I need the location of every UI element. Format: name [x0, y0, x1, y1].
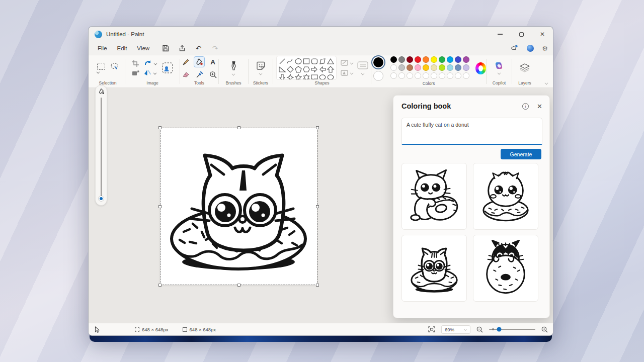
selection-handle-se[interactable]	[316, 284, 319, 287]
close-button[interactable]: ✕	[532, 27, 553, 42]
eraser-tool-button[interactable]	[181, 69, 191, 79]
palette-swatch-empty[interactable]	[455, 72, 461, 79]
menu-view[interactable]: View	[132, 44, 154, 53]
palette-swatch-empty[interactable]	[407, 72, 413, 79]
resize-button[interactable]	[132, 70, 139, 76]
copilot-icon[interactable]	[494, 61, 504, 70]
palette-swatch-empty[interactable]	[439, 72, 445, 79]
ribbon-collapse-chevron[interactable]	[545, 81, 548, 85]
fit-to-screen-icon[interactable]	[428, 326, 435, 332]
crop-button[interactable]	[132, 60, 139, 67]
brush-icon[interactable]	[230, 61, 237, 71]
maximize-button[interactable]	[511, 27, 532, 42]
palette-swatch-empty[interactable]	[423, 72, 429, 79]
selection-dropdown-chevron[interactable]	[97, 70, 100, 74]
palette-swatch[interactable]	[447, 64, 453, 71]
thumbnail-cat-head-in-donut[interactable]	[401, 235, 467, 302]
undo-button[interactable]: ↶	[195, 45, 202, 52]
selection-handle-sw[interactable]	[158, 284, 162, 287]
remove-background-button[interactable]	[162, 62, 174, 74]
selection-handle-s[interactable]	[237, 284, 240, 287]
prompt-input[interactable]: A cute fluffy cat on a donut	[401, 118, 542, 145]
palette-swatch[interactable]	[431, 64, 437, 71]
edit-colors-wheel-icon[interactable]	[475, 62, 486, 74]
share-button[interactable]	[178, 45, 186, 52]
palette-swatch[interactable]	[439, 64, 445, 71]
palette-swatch[interactable]	[463, 56, 469, 63]
shape-fill-icon[interactable]	[341, 70, 348, 76]
free-form-select-button[interactable]	[110, 62, 118, 70]
palette-swatch[interactable]	[447, 56, 453, 63]
palette-swatch-empty[interactable]	[390, 72, 397, 79]
pencil-tool-button[interactable]	[181, 57, 191, 67]
text-tool-button[interactable]: A	[208, 57, 218, 67]
palette-swatch[interactable]	[455, 56, 461, 63]
layers-icon[interactable]	[519, 63, 530, 72]
palette-swatch-empty[interactable]	[447, 72, 453, 79]
palette-swatch[interactable]	[398, 64, 405, 71]
zoom-out-icon[interactable]	[476, 326, 483, 333]
palette-swatch[interactable]	[455, 64, 461, 71]
rectangle-select-button[interactable]	[97, 63, 105, 70]
thumbnail-cat-hugging-donut[interactable]	[401, 163, 467, 230]
stickers-icon[interactable]	[256, 61, 265, 70]
zoom-level-dropdown[interactable]: 69%	[441, 325, 470, 334]
rotate-icon[interactable]	[144, 60, 152, 66]
color1-swatch-selected[interactable]	[371, 55, 385, 69]
selection-handle-n[interactable]	[237, 126, 240, 129]
palette-swatch[interactable]	[463, 64, 469, 71]
palette-swatch[interactable]	[390, 56, 397, 63]
palette-swatch-empty[interactable]	[415, 72, 421, 79]
zoom-slider-thumb[interactable]	[497, 327, 502, 332]
feedback-icon[interactable]	[511, 45, 519, 52]
palette-swatch[interactable]	[415, 56, 421, 63]
stroke-size-icon[interactable]	[357, 61, 368, 70]
paint-canvas[interactable]	[160, 128, 317, 285]
zoom-in-icon[interactable]	[541, 326, 548, 333]
minimize-button[interactable]	[490, 27, 511, 42]
selection-handle-ne[interactable]	[316, 126, 319, 129]
brushes-dropdown-chevron[interactable]	[232, 72, 235, 75]
thumbnail-fluffy-cat-on-donut[interactable]	[473, 163, 538, 230]
fill-tolerance-slider[interactable]	[95, 85, 107, 206]
eyedropper-tool-button[interactable]	[194, 69, 205, 79]
palette-swatch-empty[interactable]	[463, 72, 469, 79]
stroke-size-chevron[interactable]	[361, 72, 364, 75]
palette-swatch[interactable]	[398, 56, 405, 63]
palette-swatch[interactable]	[423, 64, 429, 71]
panel-close-icon[interactable]: ✕	[537, 103, 542, 110]
thumbnail-tuxedo-cat-behind-donut[interactable]	[473, 235, 538, 302]
palette-swatch[interactable]	[390, 64, 397, 71]
menu-file[interactable]: File	[93, 44, 112, 53]
copilot-dropdown-chevron[interactable]	[498, 71, 501, 75]
palette-swatch-empty[interactable]	[431, 72, 437, 79]
selection-handle-nw[interactable]	[158, 126, 162, 129]
shapes-gallery[interactable]	[276, 56, 337, 80]
settings-gear-icon[interactable]: ⚙	[542, 45, 548, 52]
menu-edit[interactable]: Edit	[112, 44, 132, 53]
flip-dropdown-chevron[interactable]	[153, 71, 156, 74]
palette-swatch[interactable]	[431, 56, 437, 63]
fill-tool-button[interactable]	[194, 56, 205, 67]
palette-swatch[interactable]	[423, 56, 429, 63]
flip-icon[interactable]	[144, 69, 151, 76]
palette-swatch[interactable]	[407, 64, 413, 71]
account-icon[interactable]	[527, 45, 534, 52]
color2-swatch[interactable]	[373, 71, 383, 81]
zoom-slider[interactable]	[489, 329, 535, 330]
shape-fill-chevron[interactable]	[350, 71, 353, 75]
shape-outline-chevron[interactable]	[350, 61, 353, 65]
selection-handle-w[interactable]	[158, 205, 162, 208]
cat-on-donut-drawing[interactable]	[160, 128, 317, 285]
palette-swatch[interactable]	[407, 56, 413, 63]
stickers-dropdown-chevron[interactable]	[259, 71, 263, 75]
redo-button[interactable]: ↷	[211, 45, 219, 52]
magnifier-tool-button[interactable]	[208, 69, 218, 79]
palette-swatch[interactable]	[415, 64, 421, 71]
palette-swatch-empty[interactable]	[398, 72, 405, 79]
info-icon[interactable]: i	[522, 103, 529, 110]
generate-button[interactable]: Generate	[501, 149, 541, 159]
slider-thumb[interactable]	[99, 196, 104, 201]
selection-handle-e[interactable]	[316, 205, 319, 208]
save-button[interactable]	[162, 45, 169, 52]
